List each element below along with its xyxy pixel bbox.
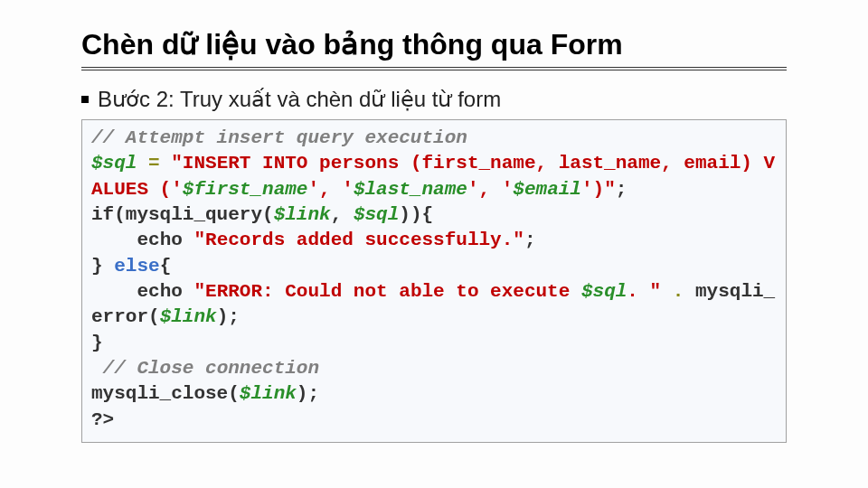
code-text: } xyxy=(91,256,114,277)
slide: Chèn dữ liệu vào bảng thông qua Form Bướ… xyxy=(0,0,868,443)
code-keyword: else xyxy=(114,256,159,277)
code-block: // Attempt insert query execution $sql =… xyxy=(81,119,787,443)
code-var: $sql xyxy=(354,204,399,225)
code-var: $last_name xyxy=(354,179,467,200)
code-string: . " xyxy=(627,281,661,302)
code-string: ', ' xyxy=(307,179,353,200)
step-bullet: Bước 2: Truy xuất và chèn dữ liệu từ for… xyxy=(81,87,787,112)
code-text: ?> xyxy=(91,409,114,430)
code-text: ; xyxy=(524,230,536,250)
code-var: $first_name xyxy=(183,179,308,200)
code-op: = xyxy=(137,153,171,174)
code-string: ', ' xyxy=(467,179,513,200)
code-text: , xyxy=(331,204,354,225)
code-text: ; xyxy=(616,179,627,200)
code-text: ); xyxy=(217,306,240,327)
code-var: $link xyxy=(160,306,217,327)
code-var: $sql xyxy=(581,281,627,302)
code-string: "Records added successfully." xyxy=(193,230,524,250)
code-text: ); xyxy=(297,383,319,404)
code-comment: // Attempt insert query execution xyxy=(91,127,467,148)
code-text: echo xyxy=(91,281,193,302)
code-var: $email xyxy=(513,179,581,200)
square-bullet-icon xyxy=(81,96,89,103)
code-text: { xyxy=(160,256,172,277)
code-var: $link xyxy=(274,204,331,225)
code-string: "ERROR: Could not able to execute xyxy=(193,281,580,302)
code-var: $sql xyxy=(91,153,137,174)
code-text: echo xyxy=(91,230,193,250)
slide-title: Chèn dữ liệu vào bảng thông qua Form xyxy=(81,27,787,70)
code-text: if(mysqli_query( xyxy=(91,204,274,225)
code-text: mysqli_close( xyxy=(91,383,240,404)
code-text: )){ xyxy=(399,204,433,225)
code-var: $link xyxy=(240,383,297,404)
code-string: ')" xyxy=(581,179,616,200)
bullet-text: Bước 2: Truy xuất và chèn dữ liệu từ for… xyxy=(98,87,501,112)
code-text: } xyxy=(91,333,103,353)
code-op: . xyxy=(661,281,695,302)
code-comment: // Close connection xyxy=(91,358,319,379)
